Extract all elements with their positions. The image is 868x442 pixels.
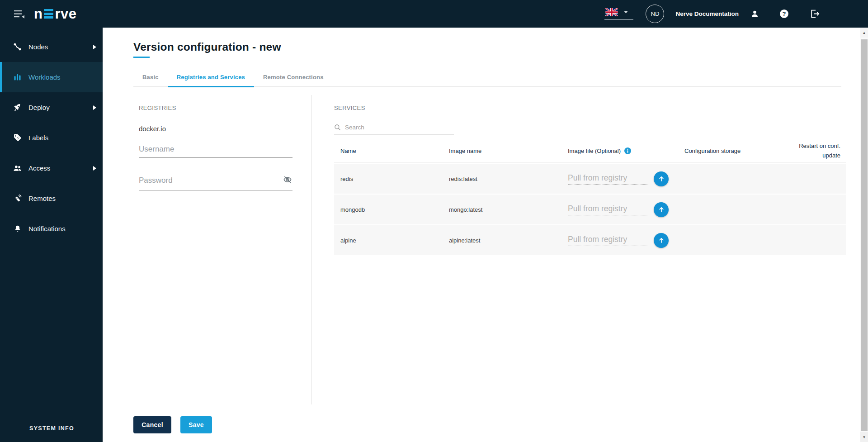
logo-e-bars-icon bbox=[44, 9, 53, 19]
svg-text:?: ? bbox=[783, 10, 786, 17]
col-header-restart: Restart on conf. update bbox=[788, 142, 846, 160]
scrollbar: ▲ ▼ bbox=[860, 28, 868, 442]
labels-tag-icon bbox=[13, 133, 22, 143]
search-input[interactable] bbox=[345, 124, 454, 131]
service-name: redis bbox=[334, 176, 449, 182]
chevron-right-icon bbox=[93, 164, 96, 172]
logout-icon[interactable] bbox=[809, 8, 821, 19]
system-info-link[interactable]: SYSTEM INFO bbox=[29, 425, 74, 432]
upload-image-button[interactable] bbox=[654, 171, 669, 186]
image-file-input[interactable]: Pull from registry bbox=[568, 235, 649, 246]
table-header: Name Image name Image file (Optional) C bbox=[334, 140, 846, 162]
footer-actions: Cancel Save bbox=[133, 416, 212, 433]
image-file-input[interactable]: Pull from registry bbox=[568, 173, 649, 185]
sidebar-item-label: Labels bbox=[28, 134, 48, 142]
tab-basic[interactable]: Basic bbox=[133, 70, 168, 86]
language-select-underline bbox=[604, 19, 633, 20]
service-image-name: mongo:latest bbox=[449, 206, 568, 213]
logo-text-n: n bbox=[34, 6, 42, 22]
nodes-icon bbox=[13, 42, 22, 52]
main-content: Version configuration - new Basic Regist… bbox=[103, 28, 860, 442]
scrollbar-thumb[interactable] bbox=[861, 39, 868, 431]
sidebar-item-label: Deploy bbox=[28, 104, 50, 111]
upload-image-button[interactable] bbox=[654, 233, 669, 248]
search-icon bbox=[334, 124, 341, 131]
upload-image-button[interactable] bbox=[654, 202, 669, 217]
title-underline bbox=[133, 57, 150, 58]
registries-section-label: REGISTRIES bbox=[139, 105, 293, 111]
registry-name[interactable]: docker.io bbox=[139, 125, 293, 133]
chevron-right-icon bbox=[93, 43, 96, 51]
cancel-button[interactable]: Cancel bbox=[133, 416, 171, 433]
page-title: Version configuration - new bbox=[133, 41, 860, 53]
sidebar-item-label: Remotes bbox=[28, 195, 56, 202]
save-button[interactable]: Save bbox=[180, 416, 212, 433]
sidebar-item-remotes[interactable]: Remotes bbox=[0, 183, 103, 214]
account-icon[interactable] bbox=[750, 9, 760, 19]
sidebar-item-nodes[interactable]: Nodes bbox=[0, 32, 103, 62]
access-people-icon bbox=[13, 163, 22, 173]
sidebar-item-notifications[interactable]: Notifications bbox=[0, 214, 103, 244]
sidebar-item-label: Nodes bbox=[28, 43, 48, 51]
services-panel: SERVICES Name Image name Image file (Opt… bbox=[312, 95, 860, 404]
remotes-icon bbox=[13, 194, 22, 203]
avatar[interactable]: ND bbox=[646, 5, 664, 23]
col-header-configuration-storage: Configuration storage bbox=[684, 147, 788, 154]
sidebar-item-workloads[interactable]: Workloads bbox=[0, 62, 103, 92]
table-body: redis redis:latest Pull from registry bbox=[334, 164, 846, 255]
sidebar-item-label: Notifications bbox=[28, 225, 66, 233]
sidebar-item-access[interactable]: Access bbox=[0, 153, 103, 183]
deploy-rocket-icon bbox=[13, 103, 22, 112]
table-row: redis redis:latest Pull from registry bbox=[334, 164, 846, 194]
service-image-name: redis:latest bbox=[449, 176, 568, 182]
tabs: Basic Registries and Services Remote Con… bbox=[133, 70, 841, 87]
col-header-name: Name bbox=[334, 147, 449, 154]
username-field-wrap bbox=[139, 145, 292, 158]
chevron-right-icon bbox=[93, 104, 96, 112]
col-header-image-file: Image file (Optional) bbox=[568, 147, 684, 154]
username-field[interactable] bbox=[139, 145, 292, 154]
sidebar-item-label: Access bbox=[28, 164, 50, 172]
topbar: n rve N bbox=[0, 0, 868, 28]
image-file-input[interactable]: Pull from registry bbox=[568, 204, 649, 215]
nerve-logo[interactable]: n rve bbox=[34, 6, 76, 22]
uk-flag-icon bbox=[605, 8, 618, 16]
chevron-down-icon bbox=[624, 11, 628, 14]
service-image-name: alpine:latest bbox=[449, 237, 568, 244]
avatar-initials: ND bbox=[651, 10, 660, 17]
table-row: mongodb mongo:latest Pull from registry bbox=[334, 195, 846, 224]
tab-registries-and-services[interactable]: Registries and Services bbox=[168, 70, 254, 87]
sidebar-item-labels[interactable]: Labels bbox=[0, 123, 103, 153]
logo-text-rve: rve bbox=[55, 6, 76, 22]
services-section-label: SERVICES bbox=[334, 105, 846, 111]
service-name: mongodb bbox=[334, 206, 449, 213]
services-table: Name Image name Image file (Optional) C bbox=[334, 140, 846, 255]
info-icon[interactable] bbox=[624, 147, 631, 154]
user-name: Nerve Documentation bbox=[675, 10, 739, 17]
registries-panel: REGISTRIES docker.io bbox=[103, 95, 312, 404]
sidebar-item-deploy[interactable]: Deploy bbox=[0, 92, 103, 123]
password-field-wrap bbox=[139, 175, 292, 190]
language-select[interactable] bbox=[604, 8, 633, 20]
service-name: alpine bbox=[334, 237, 449, 244]
sidebar: Nodes Workloads bbox=[0, 28, 103, 442]
tab-remote-connections[interactable]: Remote Connections bbox=[254, 70, 333, 86]
table-row: alpine alpine:latest Pull from registry bbox=[334, 225, 846, 255]
workloads-icon bbox=[13, 72, 22, 82]
sidebar-item-label: Workloads bbox=[28, 73, 61, 81]
scrollbar-down-arrow[interactable]: ▼ bbox=[860, 432, 868, 442]
visibility-off-icon[interactable] bbox=[283, 175, 292, 186]
topbar-right: ND Nerve Documentation ? bbox=[604, 5, 868, 23]
notifications-bell-icon bbox=[13, 224, 22, 233]
scrollbar-up-arrow[interactable]: ▲ bbox=[860, 28, 868, 38]
col-header-image-name: Image name bbox=[449, 147, 568, 154]
help-icon[interactable]: ? bbox=[779, 9, 789, 19]
sidebar-collapse-icon[interactable] bbox=[14, 10, 25, 19]
search-box bbox=[334, 124, 454, 134]
password-field[interactable] bbox=[139, 176, 279, 185]
